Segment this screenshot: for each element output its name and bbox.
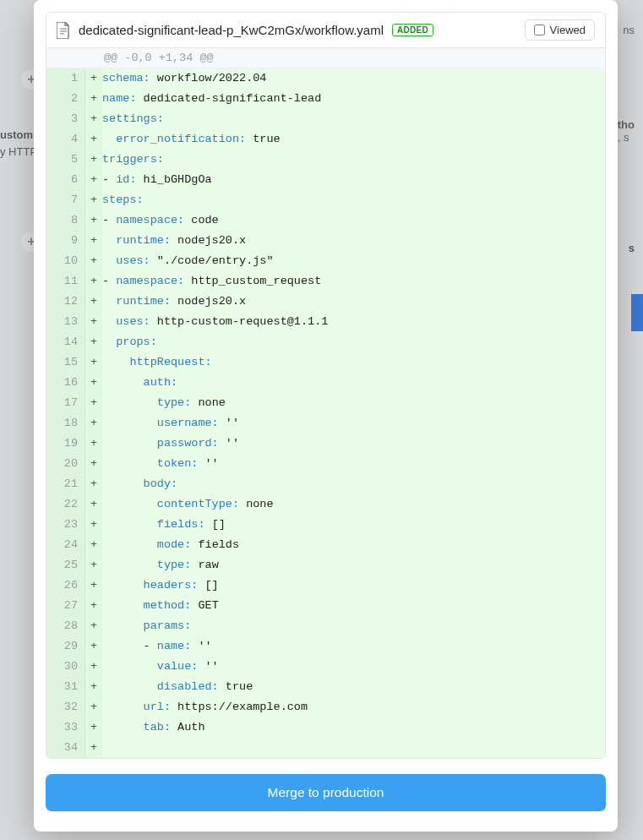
- add-marker: +: [85, 515, 102, 535]
- code-content: tab: Auth: [102, 717, 605, 738]
- diff-line: 8+- namespace: code: [46, 210, 605, 231]
- line-number: 13: [46, 312, 85, 332]
- line-number: 33: [46, 717, 85, 738]
- line-number: 28: [46, 616, 85, 636]
- line-number: 15: [46, 352, 85, 373]
- code-content: username: '': [102, 413, 605, 434]
- add-marker: +: [85, 657, 102, 677]
- viewed-toggle[interactable]: Viewed: [525, 19, 595, 41]
- code-content: headers: []: [102, 575, 605, 596]
- code-content: type: none: [102, 393, 605, 413]
- code-content: runtime: nodejs20.x: [102, 231, 605, 251]
- diff-table: @@ -0,0 +1,34 @@ 1+schema: workflow/2022…: [46, 47, 606, 759]
- line-number: 24: [46, 535, 85, 555]
- background-text-left: ustom y HTTP: [0, 127, 37, 160]
- line-number: 10: [46, 251, 85, 271]
- add-marker: +: [85, 616, 102, 636]
- diff-line: 29+ - name: '': [46, 636, 605, 657]
- diff-line: 32+ url: https://example.com: [46, 697, 605, 717]
- add-marker: +: [85, 535, 102, 555]
- line-number: 20: [46, 454, 85, 474]
- bg-accent: [631, 294, 643, 331]
- code-content: [102, 738, 605, 758]
- merge-button[interactable]: Merge to production: [46, 774, 606, 811]
- add-marker: +: [85, 332, 102, 352]
- line-number: 16: [46, 373, 85, 393]
- diff-line: 3+settings:: [46, 109, 605, 129]
- code-content: steps:: [102, 190, 605, 210]
- diff-line: 5+triggers:: [46, 150, 605, 170]
- file-header: dedicated-significant-lead-p_KwC2mGx/wor…: [46, 12, 606, 47]
- code-content: settings:: [102, 109, 605, 129]
- line-number: 19: [46, 434, 85, 454]
- diff-line: 2+name: dedicated-significant-lead: [46, 89, 605, 109]
- background-tab-right: s: [629, 242, 635, 254]
- line-number: 32: [46, 697, 85, 717]
- add-marker: +: [85, 89, 102, 109]
- code-content: schema: workflow/2022.04: [102, 68, 605, 89]
- diff-line: 9+ runtime: nodejs20.x: [46, 231, 605, 251]
- add-marker: +: [85, 170, 102, 190]
- code-content: mode: fields: [102, 535, 605, 555]
- code-content: runtime: nodejs20.x: [102, 292, 605, 312]
- code-content: - namespace: code: [102, 210, 605, 231]
- background-text-right: tho , s: [618, 118, 635, 144]
- diff-line: 17+ type: none: [46, 393, 605, 413]
- code-content: body:: [102, 474, 605, 494]
- code-content: method: GET: [102, 596, 605, 616]
- code-content: - name: '': [102, 636, 605, 657]
- diff-line: 22+ contentType: none: [46, 494, 605, 515]
- diff-line: 21+ body:: [46, 474, 605, 494]
- add-marker: +: [85, 575, 102, 596]
- add-marker: +: [85, 210, 102, 231]
- code-content: httpRequest:: [102, 352, 605, 373]
- code-content: - id: hi_bGHDgOa: [102, 170, 605, 190]
- diff-line: 33+ tab: Auth: [46, 717, 605, 738]
- line-number: 9: [46, 231, 85, 251]
- add-marker: +: [85, 494, 102, 515]
- line-number: 2: [46, 89, 85, 109]
- bg-right-1: tho: [618, 118, 635, 131]
- add-marker: +: [85, 129, 102, 150]
- add-marker: +: [85, 271, 102, 292]
- add-marker: +: [85, 312, 102, 332]
- line-number: 27: [46, 596, 85, 616]
- add-marker: +: [85, 555, 102, 575]
- modal-body: dedicated-significant-lead-p_KwC2mGx/wor…: [34, 0, 618, 832]
- add-marker: +: [85, 454, 102, 474]
- diff-line: 26+ headers: []: [46, 575, 605, 596]
- add-marker: +: [85, 251, 102, 271]
- diff-body: 1+schema: workflow/2022.042+name: dedica…: [46, 68, 605, 758]
- file-icon: [57, 22, 70, 39]
- code-content: uses: "./code/entry.js": [102, 251, 605, 271]
- line-number: 31: [46, 677, 85, 697]
- add-marker: +: [85, 596, 102, 616]
- add-marker: +: [85, 373, 102, 393]
- code-content: triggers:: [102, 150, 605, 170]
- diff-modal: dedicated-significant-lead-p_KwC2mGx/wor…: [34, 0, 618, 832]
- diff-line: 28+ params:: [46, 616, 605, 636]
- add-marker: +: [85, 190, 102, 210]
- add-marker: +: [85, 231, 102, 251]
- bg-ns: ns: [623, 24, 635, 36]
- viewed-label: Viewed: [550, 24, 586, 36]
- viewed-checkbox[interactable]: [534, 25, 545, 35]
- bg-left-subtitle: y HTTP: [0, 144, 37, 161]
- code-content: props:: [102, 332, 605, 352]
- line-number: 7: [46, 190, 85, 210]
- add-marker: +: [85, 150, 102, 170]
- code-content: auth:: [102, 373, 605, 393]
- line-number: 25: [46, 555, 85, 575]
- hunk-text: @@ -0,0 +1,34 @@: [102, 52, 605, 64]
- diff-line: 1+schema: workflow/2022.04: [46, 68, 605, 89]
- line-number: 21: [46, 474, 85, 494]
- line-number: 26: [46, 575, 85, 596]
- line-number: 30: [46, 657, 85, 677]
- line-number: 14: [46, 332, 85, 352]
- diff-line: 6+- id: hi_bGHDgOa: [46, 170, 605, 190]
- code-content: token: '': [102, 454, 605, 474]
- add-marker: +: [85, 292, 102, 312]
- add-marker: +: [85, 717, 102, 738]
- code-content: type: raw: [102, 555, 605, 575]
- code-content: error_notification: true: [102, 129, 605, 150]
